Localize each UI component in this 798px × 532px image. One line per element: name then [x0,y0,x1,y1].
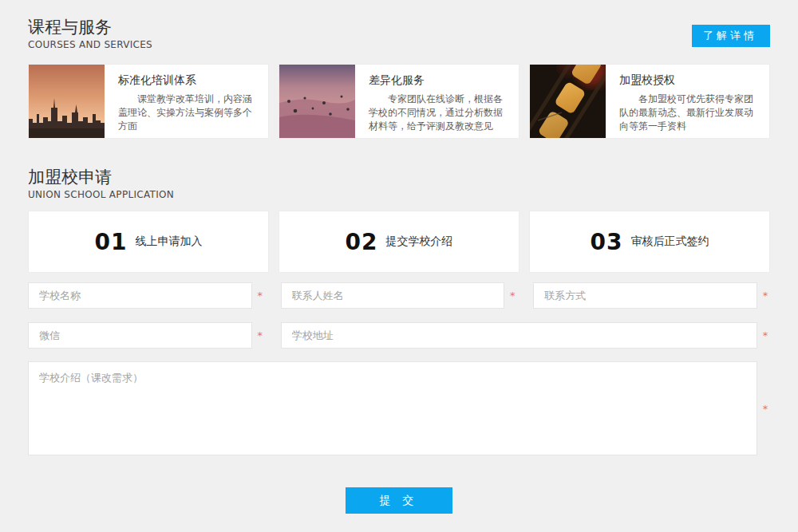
contact-name-input[interactable] [281,282,505,309]
step-number: 01 [95,229,128,255]
service-card-training: 标准化培训体系 课堂教学改革培训，内容涵盖理论、实操方法与案例等多个方面 [28,64,269,139]
school-name-input[interactable] [28,282,252,309]
step-label: 审核后正式签约 [630,234,709,249]
wechat-input[interactable] [28,322,252,349]
service-card-body: 标准化培训体系 课堂教学改革培训，内容涵盖理论、实操方法与案例等多个方面 [105,65,268,138]
page-container: 课程与服务 COURSES AND SERVICES 了解详情 [28,0,770,514]
required-asterisk: * [760,330,770,341]
step-number: 02 [346,229,378,255]
courses-heading-block: 课程与服务 COURSES AND SERVICES [28,18,152,50]
required-asterisk: * [255,290,265,301]
service-card-desc: 专家团队在线诊断，根据各学校的不同情况，通过分析数据材料等，给予评测及教改意见 [369,93,509,133]
school-address-input[interactable] [281,322,757,349]
step-card-3: 03 审核后正式签约 [529,211,770,273]
courses-section-title: 课程与服务 [28,18,152,37]
application-steps-row: 01 线上申请加入 02 提交学校介绍 03 审核后正式签约 [28,211,770,273]
form-cell: * [28,282,265,309]
contact-phone-input[interactable] [533,282,757,309]
required-asterisk: * [255,330,265,341]
school-intro-textarea[interactable] [28,361,757,455]
service-card-desc: 各加盟校可优先获得专家团队的最新动态、最新行业发展动向等第一手资料 [619,93,760,133]
required-asterisk: * [760,290,770,301]
city-sunset-image [29,65,105,138]
service-cards-row: 标准化培训体系 课堂教学改革培训，内容涵盖理论、实操方法与案例等多个方面 [28,64,770,139]
form-cell: * [281,322,770,349]
form-row-3: * [28,361,770,455]
application-section-title: 加盟校申请 [28,167,770,187]
service-card-title: 差异化服务 [369,73,509,88]
service-card-body: 差异化服务 专家团队在线诊断，根据各学校的不同情况，通过分析数据材料等，给予评测… [355,65,519,138]
service-card-differentiated: 差异化服务 专家团队在线诊断，根据各学校的不同情况，通过分析数据材料等，给予评测… [279,64,519,139]
service-card-title: 标准化培训体系 [118,73,259,88]
application-section-subtitle: UNION SCHOOL APPLICATION [28,189,770,200]
learn-more-button[interactable]: 了解详情 [692,25,770,47]
service-card-desc: 课堂教学改革培训，内容涵盖理论、实操方法与案例等多个方面 [118,93,259,133]
form-cell: * [28,361,770,455]
step-card-1: 01 线上申请加入 [28,211,269,273]
application-section-header: 加盟校申请 UNION SCHOOL APPLICATION [28,167,770,200]
desert-dusk-image [279,65,355,138]
form-row-1: * * * [28,282,770,309]
submit-row: 提 交 [28,487,770,514]
service-card-authorization: 加盟校授权 各加盟校可优先获得专家团队的最新动态、最新行业发展动向等第一手资料 [529,64,770,139]
step-label: 线上申请加入 [135,234,202,249]
step-card-2: 02 提交学校介绍 [279,211,519,273]
film-strip-image [530,65,606,138]
courses-section-header: 课程与服务 COURSES AND SERVICES 了解详情 [28,18,770,50]
service-card-body: 加盟校授权 各加盟校可优先获得专家团队的最新动态、最新行业发展动向等第一手资料 [606,65,769,138]
step-label: 提交学校介绍 [385,234,452,249]
required-asterisk: * [508,290,517,301]
service-card-title: 加盟校授权 [619,73,760,88]
form-row-2: * * [28,322,770,349]
required-asterisk: * [760,404,770,414]
submit-button[interactable]: 提 交 [346,487,452,514]
form-cell: * [281,282,518,309]
form-cell: * [28,322,265,349]
step-number: 03 [591,229,623,255]
application-form: * * * * * * [28,282,770,514]
form-cell: * [533,282,770,309]
courses-section-subtitle: COURSES AND SERVICES [28,39,152,50]
